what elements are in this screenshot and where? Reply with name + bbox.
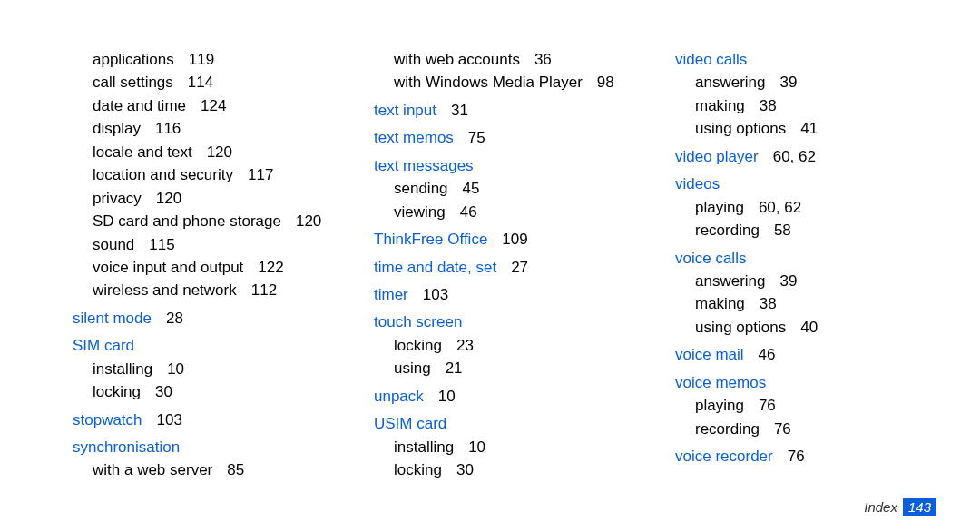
- index-term-text: USIM card: [374, 415, 446, 432]
- index-subentry-text: using options: [695, 120, 786, 137]
- index-page-ref: 40: [800, 319, 818, 336]
- index-term: voice mail46: [675, 345, 936, 365]
- index-subentry-text: making: [695, 295, 745, 312]
- index-term: touch screen: [374, 312, 635, 332]
- index-page-ref: 30: [456, 461, 474, 478]
- index-term-text: synchronisation: [73, 438, 180, 456]
- index-subentry-text: call settings: [93, 74, 173, 91]
- index-subentry: location and security117: [73, 165, 334, 185]
- index-page-ref: 38: [760, 295, 777, 312]
- index-subentry: recording76: [675, 419, 936, 439]
- index-term: video player60, 62: [675, 147, 936, 167]
- index-page-ref: 28: [166, 310, 183, 327]
- index-page-ref: 120: [207, 143, 232, 161]
- index-subentry: sending45: [374, 179, 635, 199]
- index-subentry-text: locale and text: [93, 143, 192, 161]
- index-page-ref: 114: [188, 74, 213, 91]
- index-term-text: unpack: [374, 388, 424, 405]
- index-subentry: SD card and phone storage120: [73, 212, 334, 232]
- index-term: time and date, set27: [374, 258, 635, 278]
- index-page-ref: 10: [438, 388, 456, 405]
- index-term-text: ThinkFree Office: [374, 231, 487, 248]
- index-subentry: with a web server85: [73, 460, 334, 480]
- index-term-text: video calls: [675, 51, 747, 68]
- index-term: unpack10: [374, 387, 635, 407]
- index-page-ref: 23: [456, 337, 474, 354]
- index-term-text: time and date, set: [374, 259, 496, 276]
- index-columns: applications119call settings114date and …: [73, 50, 936, 484]
- index-term: text messages: [374, 156, 635, 176]
- index-term: voice memos: [675, 373, 936, 393]
- index-page-ref: 124: [201, 97, 226, 114]
- index-subentry-text: answering: [695, 74, 766, 91]
- index-subentry: viewing46: [374, 202, 635, 222]
- index-subentry: making38: [675, 96, 936, 116]
- index-subentry-text: using: [394, 360, 431, 377]
- index-term: ThinkFree Office109: [374, 230, 635, 250]
- index-page-ref: 39: [780, 272, 798, 290]
- index-page-ref: 30: [155, 383, 172, 400]
- index-subentry: using options40: [675, 318, 936, 338]
- index-subentry: sound115: [73, 235, 334, 255]
- index-subentry: call settings114: [73, 73, 334, 93]
- index-page-ref: 36: [534, 51, 552, 68]
- index-term-text: text input: [374, 102, 436, 119]
- index-page-ref: 103: [423, 286, 448, 303]
- index-subentry-text: locking: [394, 337, 442, 354]
- index-subentry: locale and text120: [73, 143, 334, 163]
- index-page-ref: 46: [759, 346, 776, 363]
- index-subentry: with Windows Media Player98: [374, 73, 635, 93]
- index-subentry-text: playing: [695, 199, 744, 216]
- index-page-ref: 76: [774, 420, 791, 438]
- index-term: synchronisation: [73, 438, 334, 458]
- index-page-ref: 98: [597, 74, 614, 91]
- index-term-text: voice memos: [675, 374, 766, 391]
- index-page-ref: 45: [463, 180, 480, 197]
- index-subentry-text: recording: [695, 420, 760, 438]
- index-term: stopwatch103: [73, 410, 334, 430]
- index-term: voice calls: [675, 249, 936, 269]
- index-subentry-text: sound: [93, 236, 134, 253]
- index-page-ref: 115: [149, 236, 174, 253]
- index-page-ref: 41: [800, 120, 818, 137]
- index-page-ref: 21: [446, 360, 463, 377]
- index-subentry: playing76: [675, 396, 936, 416]
- index-subentry: playing60, 62: [675, 198, 936, 218]
- index-term-text: silent mode: [73, 310, 152, 327]
- index-subentry-text: with web accounts: [394, 51, 520, 68]
- index-term: silent mode28: [73, 309, 334, 329]
- index-page-ref: 120: [156, 190, 181, 207]
- index-term-text: text memos: [374, 129, 454, 146]
- index-subentry: using21: [374, 359, 635, 379]
- index-page-ref: 122: [258, 259, 283, 276]
- index-term: text memos75: [374, 128, 635, 148]
- index-term: SIM card: [73, 336, 334, 356]
- index-subentry: locking30: [73, 382, 334, 402]
- index-page-ref: 119: [189, 51, 214, 68]
- index-term-text: voice recorder: [675, 448, 773, 465]
- index-subentry: voice input and output122: [73, 258, 334, 278]
- index-subentry-text: recording: [695, 222, 760, 239]
- index-page-ref: 58: [774, 222, 791, 239]
- index-subentry-text: date and time: [93, 97, 186, 114]
- index-subentry: installing10: [374, 438, 635, 458]
- index-subentry-text: with Windows Media Player: [394, 74, 583, 91]
- footer-page-number: 143: [903, 498, 936, 516]
- index-term-text: voice mail: [675, 346, 744, 363]
- index-subentry: using options41: [675, 119, 936, 139]
- index-term-text: video player: [675, 148, 759, 165]
- index-term-text: timer: [374, 286, 408, 303]
- index-term-text: touch screen: [374, 313, 462, 330]
- index-page-ref: 117: [248, 166, 273, 183]
- index-page-ref: 60, 62: [759, 199, 801, 216]
- index-subentry-text: with a web server: [93, 461, 212, 478]
- index-subentry: applications119: [73, 50, 334, 70]
- index-term-text: text messages: [374, 157, 474, 174]
- index-page-ref: 10: [468, 438, 485, 456]
- index-page-ref: 120: [296, 212, 321, 230]
- index-page-ref: 112: [251, 281, 277, 299]
- index-subentry-text: wireless and network: [93, 281, 237, 299]
- index-subentry-text: viewing: [394, 203, 446, 221]
- index-page-ref: 38: [760, 97, 777, 114]
- index-term: videos: [675, 174, 936, 194]
